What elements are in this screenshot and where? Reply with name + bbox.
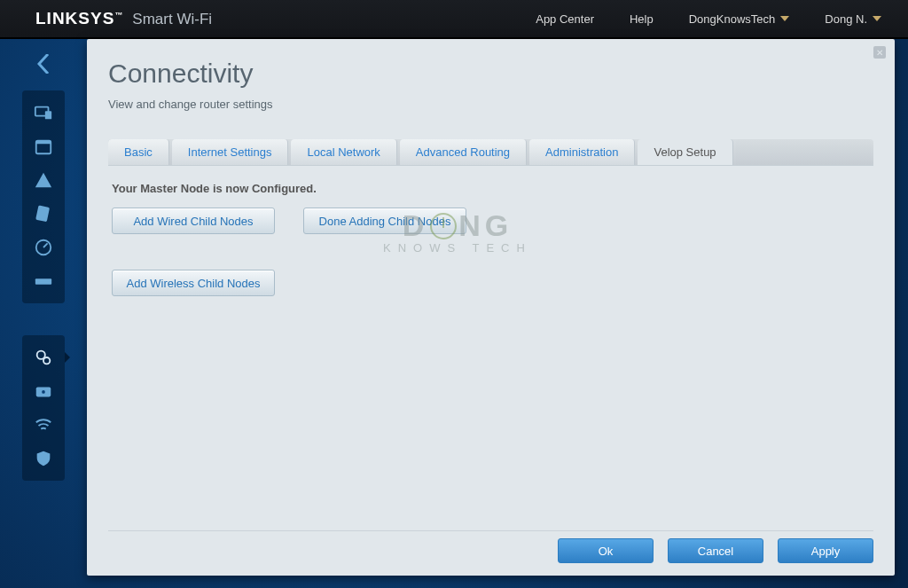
nav-network-dropdown[interactable]: DongKnowsTech [689, 12, 790, 26]
nav-user-label: Dong N. [825, 12, 867, 26]
sidebar-item-speed[interactable] [27, 231, 60, 264]
footer-buttons: Ok Cancel Apply [108, 530, 873, 563]
chevron-left-icon [37, 54, 50, 74]
tab-advanced-routing[interactable]: Advanced Routing [400, 139, 527, 165]
chevron-down-icon [780, 16, 789, 21]
svg-rect-3 [36, 141, 51, 145]
main: ✕ Connectivity View and change router se… [0, 39, 908, 588]
sidebar-item-calendar[interactable] [27, 129, 60, 163]
chevron-down-icon [873, 16, 881, 21]
camera-icon [34, 381, 53, 401]
page-title: Connectivity [108, 59, 873, 89]
content-panel: ✕ Connectivity View and change router se… [87, 39, 895, 576]
sidebar-item-security[interactable] [27, 374, 60, 408]
page-subtitle: View and change router settings [108, 98, 873, 111]
tab-local-network[interactable]: Local Network [291, 139, 396, 165]
media-icon [34, 204, 53, 223]
cancel-button[interactable]: Cancel [668, 538, 763, 563]
ok-button[interactable]: Ok [558, 538, 654, 563]
sidebar-item-usb[interactable] [27, 264, 60, 298]
gauge-icon [34, 238, 53, 257]
brand-tm: ™ [114, 11, 123, 20]
sidebar-item-parental[interactable] [27, 163, 60, 197]
sidebar-rail-bottom [22, 335, 65, 481]
usb-icon [34, 271, 53, 291]
warning-icon [34, 170, 53, 190]
done-adding-button[interactable]: Done Adding Child Nodes [303, 208, 466, 234]
nav-app-center[interactable]: App Center [536, 12, 594, 26]
brand-logo: LINKSYS™ [35, 9, 123, 28]
sidebar-item-settings[interactable] [27, 341, 60, 374]
svg-point-10 [42, 390, 45, 394]
sidebar-item-media[interactable] [27, 197, 60, 231]
apply-button[interactable]: Apply [778, 538, 873, 563]
brand-subtitle: Smart Wi-Fi [132, 11, 212, 28]
wifi-icon [34, 415, 53, 435]
devices-icon [34, 103, 53, 122]
sidebar-rail-top [22, 90, 65, 303]
shield-icon [34, 449, 53, 468]
svg-rect-6 [35, 278, 51, 284]
status-text: Your Master Node is now Configured. [112, 182, 870, 195]
brand: LINKSYS™ Smart Wi-Fi [35, 9, 212, 28]
nav-network-label: DongKnowsTech [689, 12, 776, 26]
svg-rect-4 [35, 205, 50, 222]
nav-user-dropdown[interactable]: Dong N. [825, 12, 881, 26]
close-icon: ✕ [876, 48, 883, 58]
tabs: Basic Internet Settings Local Network Ad… [108, 139, 873, 166]
add-wired-button[interactable]: Add Wired Child Nodes [112, 208, 275, 234]
sidebar [0, 39, 87, 588]
child-node-buttons: Add Wired Child Nodes Done Adding Child … [112, 208, 870, 296]
close-button[interactable]: ✕ [873, 46, 886, 59]
tab-basic[interactable]: Basic [108, 139, 169, 165]
tab-body: Your Master Node is now Configured. Add … [108, 166, 873, 530]
tab-internet-settings[interactable]: Internet Settings [172, 139, 289, 165]
sidebar-item-shield[interactable] [27, 442, 60, 475]
calendar-icon [34, 137, 53, 156]
gear-icon [34, 348, 53, 367]
top-bar: LINKSYS™ Smart Wi-Fi App Center Help Don… [0, 0, 908, 39]
tab-administration[interactable]: Administration [529, 139, 635, 165]
tab-filler: . [736, 139, 871, 165]
sidebar-item-wifi[interactable] [27, 408, 60, 442]
sidebar-item-devices[interactable] [27, 96, 60, 129]
brand-main: LINKSYS [35, 9, 114, 27]
svg-point-8 [43, 357, 50, 364]
add-wireless-button[interactable]: Add Wireless Child Nodes [112, 270, 275, 296]
svg-rect-1 [45, 111, 51, 119]
tab-velop-setup[interactable]: Velop Setup [638, 139, 732, 166]
nav-help[interactable]: Help [630, 12, 654, 26]
back-button[interactable] [26, 46, 61, 82]
